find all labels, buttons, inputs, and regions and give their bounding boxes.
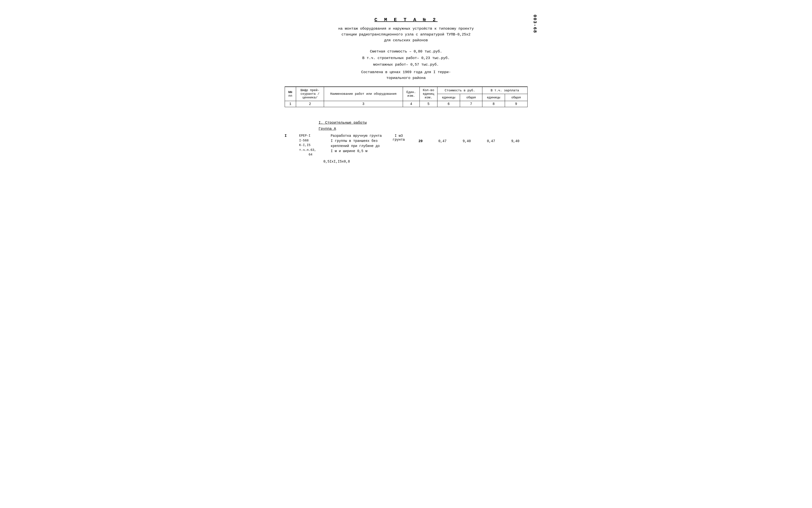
- main-table: №№ пп Шифр прей-скуранта /ценника/ Наиме…: [285, 86, 528, 107]
- work-item-1: I ЕРЕР-I I-568 К-I,I5 т.ч.п.63, 64 Разра…: [285, 133, 528, 157]
- num-3: 3: [324, 101, 403, 107]
- item-num: I: [285, 133, 299, 138]
- formula-text: 0,5IхI,I5х0,8: [323, 160, 350, 164]
- item-cost-total: 9,40: [455, 133, 479, 143]
- subtitle-line2: станции радиотрансляционного узла с аппа…: [342, 33, 470, 37]
- cipher-text: ЕРЕР-I I-568 К-I,I5 т.ч.п.63, 64: [299, 133, 331, 157]
- num-5: 5: [419, 101, 437, 107]
- num-9: 9: [505, 101, 527, 107]
- item-qty: 20: [411, 133, 431, 143]
- header-col7: общая: [460, 94, 482, 101]
- content-area: I. Строительные работы Группа А I ЕРЕР-I…: [285, 115, 528, 166]
- num-7: 7: [460, 101, 482, 107]
- subtitle-line3: для сельских районов: [384, 38, 428, 43]
- page-container: 003-68 С М Е Т А № 2 на монтаж оборудова…: [275, 10, 537, 173]
- header-col3: Наименование работ или оборудования: [324, 87, 403, 101]
- cost-assembly: монтажных работ– 0,57 тыс.руб.: [285, 61, 528, 68]
- header-col1: №№ пп: [285, 87, 296, 101]
- item-sal-unit: 0,47: [479, 133, 503, 143]
- subtitle-line1: на монтаж оборудования и наружных устрой…: [338, 27, 473, 31]
- cost-total: Сметная стоимость – 0,80 тыс.руб.: [285, 48, 528, 55]
- cost-construction: В т.ч. строительных работ– 0,23 тыс.руб.: [285, 55, 528, 61]
- main-title: С М Е Т А № 2: [285, 17, 528, 23]
- num-4: 4: [403, 101, 419, 107]
- composed-section: Составлена в ценах 1969 года для I терри…: [285, 70, 528, 81]
- header-col5: Кол-во единиц изм.: [419, 87, 437, 101]
- side-number: 003-68: [532, 14, 537, 33]
- header-cost-group: Стоимость в руб.: [438, 87, 482, 94]
- header-col8: единицы: [482, 94, 505, 101]
- item-cipher: ЕРЕР-I I-568 К-I,I5 т.ч.п.63, 64: [299, 133, 331, 157]
- group-label-a: Группа А: [319, 127, 528, 131]
- section-label-text: I. Строительные работы: [319, 121, 367, 125]
- title-section: С М Е Т А № 2 на монтаж оборудования и н…: [285, 17, 528, 43]
- group-a-text: Группа А: [319, 127, 336, 131]
- header-col2: Шифр прей-скуранта /ценника/: [296, 87, 324, 101]
- item-unit: I м3грунта: [387, 133, 411, 142]
- item-sal-total: 9,40: [503, 133, 528, 143]
- num-8: 8: [482, 101, 505, 107]
- num-6: 6: [438, 101, 460, 107]
- composed-line2: ториального района: [386, 76, 425, 80]
- item-cost-unit: 0,47: [431, 133, 455, 143]
- header-col6: единицы: [438, 94, 460, 101]
- composed-line1: Составлена в ценах 1969 года для I терри…: [361, 70, 451, 74]
- subtitle: на монтаж оборудования и наружных устрой…: [285, 26, 528, 43]
- work-name-text: Разработка вручную грунта I группы в тра…: [331, 133, 387, 154]
- table-header-row: №№ пп Шифр прей-скуранта /ценника/ Наиме…: [285, 87, 527, 94]
- num-2: 2: [296, 101, 324, 107]
- formula-row: 0,5IхI,I5х0,8: [285, 160, 528, 164]
- section-title-construction: I. Строительные работы: [319, 121, 528, 125]
- num-1: 1: [285, 101, 296, 107]
- header-col9: общая: [505, 94, 527, 101]
- header-salary-group: В т.ч. зарплата: [482, 87, 527, 94]
- cost-section: Сметная стоимость – 0,80 тыс.руб. В т.ч.…: [285, 48, 528, 68]
- item-name: Разработка вручную грунта I группы в тра…: [331, 133, 387, 154]
- header-col4: Един. изм.: [403, 87, 419, 101]
- table-number-row: 1 2 3 4 5 6 7 8 9: [285, 101, 527, 107]
